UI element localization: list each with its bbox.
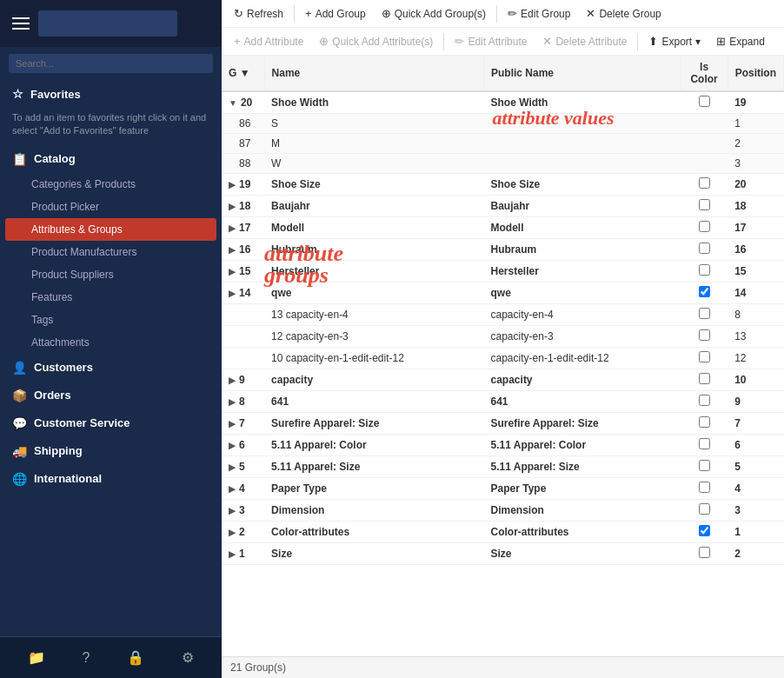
delete-attribute-button[interactable]: ✕ Delete Attribute bbox=[535, 32, 634, 50]
footer-folder-icon[interactable]: 📁 bbox=[21, 646, 52, 669]
sidebar-item-customer-service[interactable]: 💬 Customer Service bbox=[0, 409, 222, 437]
table-row[interactable]: ▶16 Hubraum attribute Hubraum 16 bbox=[222, 239, 784, 261]
expand-row-btn[interactable]: ▶ bbox=[229, 289, 239, 298]
iscolor-checkbox[interactable] bbox=[699, 460, 710, 471]
sidebar-item-orders[interactable]: 📦 Orders bbox=[0, 382, 222, 409]
cell-iscolor bbox=[681, 114, 728, 134]
expand-row-btn[interactable]: ▶ bbox=[229, 397, 239, 407]
table-row[interactable]: ▶3 Dimension Dimension 3 bbox=[222, 500, 784, 522]
delete-group-button[interactable]: ✕ Delete Group bbox=[579, 4, 668, 23]
sidebar-item-catalog[interactable]: 📋 Catalog bbox=[0, 145, 222, 173]
add-attribute-button[interactable]: + Add Attribute bbox=[227, 32, 310, 50]
expand-button[interactable]: ⊞ Expand bbox=[709, 32, 772, 50]
iscolor-checkbox[interactable] bbox=[699, 329, 710, 341]
col-header-g[interactable]: G ▼ bbox=[222, 56, 264, 91]
expand-row-btn[interactable]: ▶ bbox=[229, 441, 239, 450]
cell-pubname: Shoe Size bbox=[484, 174, 681, 196]
iscolor-checkbox[interactable] bbox=[699, 482, 710, 493]
table-row[interactable]: 13 capacity-en-4 capacity-en-4 8 bbox=[222, 304, 784, 326]
sidebar-item-tags[interactable]: Tags bbox=[0, 309, 222, 331]
iscolor-checkbox[interactable] bbox=[699, 503, 710, 515]
footer-settings-icon[interactable]: ⚙ bbox=[175, 646, 201, 669]
sidebar-item-attributes-groups[interactable]: Attributes & Groups bbox=[5, 218, 216, 241]
iscolor-checkbox[interactable] bbox=[699, 199, 710, 210]
sidebar-item-product-suppliers[interactable]: Product Suppliers bbox=[0, 263, 222, 286]
table-row[interactable]: ▶4 Paper Type Paper Type 4 bbox=[222, 478, 784, 500]
col-header-position[interactable]: Position bbox=[728, 56, 783, 91]
table-row[interactable]: ▶19 Shoe Size Shoe Size 20 bbox=[222, 174, 784, 196]
expand-row-btn[interactable]: ▶ bbox=[229, 484, 239, 494]
table-row[interactable]: 12 capacity-en-3 capacity-en-3 13 bbox=[222, 326, 784, 348]
quick-add-groups-button[interactable]: ⊕ Quick Add Group(s) bbox=[375, 4, 493, 23]
expand-row-btn[interactable]: ▶ bbox=[229, 506, 239, 515]
table-row[interactable]: ▶6 5.11 Apparel: Color 5.11 Apparel: Col… bbox=[222, 435, 784, 456]
table-row[interactable]: ▶18 Baujahr Baujahr 18 bbox=[222, 196, 784, 217]
iscolor-checkbox[interactable] bbox=[699, 525, 710, 536]
table-row[interactable]: ▶5 5.11 Apparel: Size 5.11 Apparel: Size… bbox=[222, 456, 784, 478]
table-row[interactable]: 88 W 3 bbox=[222, 154, 784, 174]
iscolor-checkbox[interactable] bbox=[699, 177, 710, 189]
table-row[interactable]: ▶8 641 641 9 bbox=[222, 391, 784, 413]
table-row[interactable]: ▶17 Modell Modell 17 bbox=[222, 217, 784, 239]
table-row[interactable]: 87 M 2 bbox=[222, 134, 784, 154]
table-row[interactable]: ▶9 capacity capacity 10 bbox=[222, 369, 784, 391]
expand-row-btn[interactable]: ▶ bbox=[229, 223, 239, 233]
expand-row-btn[interactable]: ▶ bbox=[229, 419, 239, 429]
expand-row-btn[interactable]: ▶ bbox=[229, 376, 239, 385]
quick-add-attributes-button[interactable]: ⊕ Quick Add Attribute(s) bbox=[312, 32, 440, 50]
table-row[interactable]: ▶1 Size Size 2 bbox=[222, 543, 784, 565]
table-row[interactable]: ▶14 qwe qwe 14 bbox=[222, 282, 784, 304]
iscolor-checkbox[interactable] bbox=[699, 264, 710, 276]
table-row[interactable]: ▼20 Shoe Width Shoe Width 19 bbox=[222, 91, 784, 114]
col-header-name[interactable]: Name bbox=[264, 56, 483, 91]
cell-pubname: Paper Type bbox=[484, 478, 681, 500]
table-row[interactable]: 10 capacity-en-1-edit-edit-12 capacity-e… bbox=[222, 348, 784, 369]
iscolor-checkbox[interactable] bbox=[699, 351, 710, 362]
expand-row-btn[interactable]: ▶ bbox=[229, 549, 239, 559]
iscolor-checkbox[interactable] bbox=[699, 373, 710, 384]
iscolor-checkbox[interactable] bbox=[699, 308, 710, 319]
expand-row-btn[interactable]: ▶ bbox=[229, 267, 239, 276]
expand-row-btn[interactable]: ▶ bbox=[229, 180, 239, 189]
export-button[interactable]: ⬆ Export ▾ bbox=[641, 32, 708, 50]
sidebar-item-features[interactable]: Features bbox=[0, 286, 222, 309]
iscolor-checkbox[interactable] bbox=[699, 395, 710, 406]
cell-iscolor bbox=[681, 261, 728, 282]
sidebar-item-favorites[interactable]: ☆ Favorites bbox=[0, 80, 222, 108]
table-row[interactable]: 86 S attribute values 1 bbox=[222, 114, 784, 134]
expand-row-btn[interactable]: ▶ bbox=[229, 462, 239, 472]
table-row[interactable]: ▶2 Color-attributes Color-attributes 1 bbox=[222, 522, 784, 543]
cell-iscolor bbox=[681, 326, 728, 348]
edit-attribute-button[interactable]: ✏ Edit Attribute bbox=[448, 32, 534, 50]
add-group-button[interactable]: + Add Group bbox=[298, 4, 373, 23]
iscolor-checkbox[interactable] bbox=[699, 416, 710, 428]
iscolor-checkbox[interactable] bbox=[699, 547, 710, 558]
col-header-pubname[interactable]: Public Name bbox=[484, 56, 681, 91]
sidebar-item-categories-products[interactable]: Categories & Products bbox=[0, 173, 222, 196]
sidebar-item-attachments[interactable]: Attachments bbox=[0, 331, 222, 354]
sidebar-item-international[interactable]: 🌐 International bbox=[0, 465, 222, 493]
iscolor-checkbox[interactable] bbox=[699, 438, 710, 449]
sidebar-item-product-manufacturers[interactable]: Product Manufacturers bbox=[0, 241, 222, 263]
refresh-button[interactable]: ↻ Refresh bbox=[227, 4, 290, 23]
sidebar-item-shipping[interactable]: 🚚 Shipping bbox=[0, 437, 222, 465]
expand-row-btn[interactable]: ▶ bbox=[229, 202, 239, 211]
sidebar-item-customers[interactable]: 👤 Customers bbox=[0, 354, 222, 382]
sidebar-item-product-picker[interactable]: Product Picker bbox=[0, 196, 222, 218]
sidebar-search-input[interactable] bbox=[9, 54, 213, 73]
hamburger-icon[interactable] bbox=[12, 17, 30, 30]
expand-row-btn[interactable]: ▶ bbox=[229, 245, 239, 255]
expand-row-btn[interactable]: ▼ bbox=[229, 98, 241, 108]
quick-add-groups-icon: ⊕ bbox=[382, 7, 391, 20]
footer-help-icon[interactable]: ? bbox=[76, 647, 97, 669]
iscolor-checkbox[interactable] bbox=[699, 221, 710, 232]
table-row[interactable]: ▶7 Surefire Apparel: Size Surefire Appar… bbox=[222, 413, 784, 435]
iscolor-checkbox[interactable] bbox=[699, 286, 710, 297]
iscolor-checkbox[interactable] bbox=[699, 96, 710, 107]
col-header-iscolor[interactable]: Is Color bbox=[681, 56, 728, 91]
footer-lock-icon[interactable]: 🔒 bbox=[120, 646, 151, 669]
edit-group-button[interactable]: ✏ Edit Group bbox=[501, 4, 577, 23]
expand-row-btn[interactable]: ▶ bbox=[229, 528, 239, 537]
iscolor-checkbox[interactable] bbox=[699, 243, 710, 254]
table-row[interactable]: ▶15 Hersteller groups Hersteller 15 bbox=[222, 261, 784, 282]
